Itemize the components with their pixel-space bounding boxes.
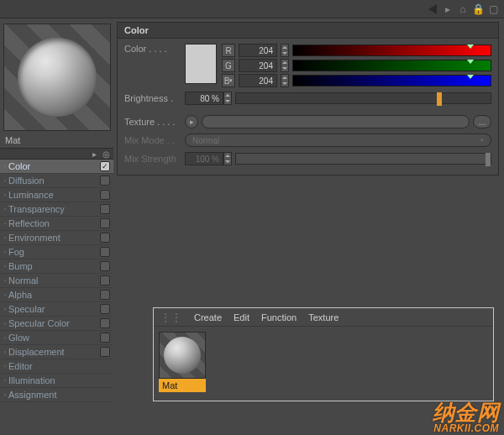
channel-row-reflection[interactable]: ◦Reflection xyxy=(0,217,113,231)
channel-row-transparency[interactable]: ◦Transparency xyxy=(0,202,113,217)
play-icon[interactable]: ▸ xyxy=(90,149,98,158)
channel-checkbox[interactable] xyxy=(100,318,110,328)
material-thumb[interactable]: Mat xyxy=(159,332,206,392)
r-gradient[interactable] xyxy=(292,45,491,56)
panel-grip-icon[interactable]: ⋮⋮ xyxy=(160,312,182,323)
mixstrength-spinner[interactable] xyxy=(223,152,232,165)
material-thumb-label[interactable]: Mat xyxy=(159,379,206,392)
channel-row-diffusion[interactable]: ◦Diffusion xyxy=(0,174,113,188)
channel-checkbox[interactable] xyxy=(100,333,110,343)
color-swatch[interactable] xyxy=(185,44,217,84)
channel-row-luminance[interactable]: ◦Luminance xyxy=(0,188,113,202)
channel-checkbox[interactable] xyxy=(100,304,110,314)
material-name-input[interactable] xyxy=(5,135,108,145)
brightness-value[interactable]: 80 % xyxy=(185,92,223,105)
target-icon[interactable]: ◎ xyxy=(102,149,110,158)
channel-checkbox[interactable] xyxy=(100,290,110,300)
section-body: Color . . . . R 204 G 204 xyxy=(117,39,499,176)
nav-fwd-icon[interactable]: ▸ xyxy=(442,3,454,15)
channel-label: Diffusion xyxy=(8,176,100,186)
r-label[interactable]: R xyxy=(222,44,235,57)
channel-row-editor[interactable]: ◦Editor xyxy=(0,359,113,374)
channel-checkbox[interactable]: ✓ xyxy=(100,161,110,171)
g-spinner[interactable] xyxy=(281,59,289,72)
channel-row-normal[interactable]: ◦Normal xyxy=(0,274,113,288)
r-value[interactable]: 204 xyxy=(239,44,277,57)
g-label[interactable]: G xyxy=(222,59,235,72)
texture-field[interactable] xyxy=(202,115,470,128)
mixstrength-row: Mix Strength 100 % xyxy=(124,151,491,166)
channel-label: Glow xyxy=(8,333,100,343)
r-row: R 204 xyxy=(222,44,491,57)
brightness-handle[interactable] xyxy=(437,92,442,106)
g-gradient[interactable] xyxy=(292,60,491,71)
channel-row-displacement[interactable]: ◦Displacement xyxy=(0,345,113,359)
home-icon[interactable]: ⌂ xyxy=(457,3,469,15)
channel-checkbox[interactable] xyxy=(100,233,110,243)
nav-back-icon[interactable] xyxy=(427,3,438,15)
channel-checkbox[interactable] xyxy=(100,204,110,214)
menu-create[interactable]: Create xyxy=(194,312,222,322)
channel-label: Displacement xyxy=(8,347,100,357)
mixstrength-value[interactable]: 100 % xyxy=(185,152,223,165)
section-header: Color xyxy=(117,22,499,39)
mixstrength-slider[interactable] xyxy=(235,153,491,165)
channel-checkbox[interactable] xyxy=(100,247,110,257)
channel-row-specular-color[interactable]: ◦Specular Color xyxy=(0,317,113,331)
mixstrength-handle[interactable] xyxy=(486,153,491,166)
b-label[interactable]: B ▾ xyxy=(222,74,235,87)
left-column: ▸ ◎ ◦Color✓◦Diffusion◦Luminance◦Transpar… xyxy=(0,18,113,435)
b-value[interactable]: 204 xyxy=(239,74,277,87)
channel-row-environment[interactable]: ◦Environment xyxy=(0,231,113,245)
channel-bullet-icon: ◦ xyxy=(2,333,8,342)
channel-bullet-icon: ◦ xyxy=(2,233,8,242)
mixmode-label: Mix Mode . . xyxy=(124,135,185,145)
preview-controls: ▸ ◎ xyxy=(0,148,113,160)
texture-picker-icon[interactable]: ▸ xyxy=(185,115,198,128)
brightness-slider[interactable] xyxy=(235,92,491,104)
channel-bullet-icon: ◦ xyxy=(2,362,8,370)
channel-bullet-icon: ◦ xyxy=(2,276,8,285)
channel-bullet-icon: ◦ xyxy=(2,248,8,256)
channel-row-specular[interactable]: ◦Specular xyxy=(0,302,113,317)
channel-bullet-icon: ◦ xyxy=(2,291,8,299)
menu-texture[interactable]: Texture xyxy=(308,312,339,322)
channel-row-glow[interactable]: ◦Glow xyxy=(0,331,113,345)
material-manager-menu: ⋮⋮ Create Edit Function Texture xyxy=(154,308,493,327)
channel-checkbox[interactable] xyxy=(100,347,110,357)
r-spinner[interactable] xyxy=(281,44,289,57)
channel-row-bump[interactable]: ◦Bump xyxy=(0,259,113,274)
channel-checkbox[interactable] xyxy=(100,218,110,228)
channel-row-assignment[interactable]: ◦Assignment xyxy=(0,388,113,402)
channel-label: Environment xyxy=(8,233,100,243)
color-row: Color . . . . R 204 G 204 xyxy=(124,44,491,87)
channel-label: Specular Color xyxy=(8,318,100,328)
channel-checkbox[interactable] xyxy=(100,190,110,200)
channel-label: Bump xyxy=(8,261,100,271)
b-gradient[interactable] xyxy=(292,75,491,86)
channel-row-color[interactable]: ◦Color✓ xyxy=(0,160,113,174)
channel-label: Color xyxy=(8,161,100,171)
channel-row-fog[interactable]: ◦Fog xyxy=(0,245,113,259)
channel-checkbox[interactable] xyxy=(100,176,110,186)
color-label: Color . . . . xyxy=(124,44,185,54)
mixmode-dropdown[interactable]: Normal▾ xyxy=(185,134,491,147)
channel-checkbox[interactable] xyxy=(100,261,110,271)
menu-edit[interactable]: Edit xyxy=(234,312,249,322)
channel-bullet-icon: ◦ xyxy=(2,191,8,199)
channel-row-alpha[interactable]: ◦Alpha xyxy=(0,288,113,302)
b-spinner[interactable] xyxy=(281,74,289,87)
channel-checkbox[interactable] xyxy=(100,275,110,286)
channel-label: Alpha xyxy=(8,290,100,300)
brightness-spinner[interactable] xyxy=(223,92,232,105)
lock-icon[interactable]: 🔒 xyxy=(472,3,484,15)
texture-more-button[interactable]: ... xyxy=(473,115,491,128)
channel-bullet-icon: ◦ xyxy=(2,262,8,270)
channel-label: Fog xyxy=(8,247,100,257)
channel-label: Reflection xyxy=(8,218,100,228)
g-value[interactable]: 204 xyxy=(239,59,277,72)
menu-function[interactable]: Function xyxy=(261,312,297,322)
channel-row-illumination[interactable]: ◦Illumination xyxy=(0,374,113,388)
maximize-icon[interactable]: ▢ xyxy=(487,3,499,15)
material-preview[interactable] xyxy=(3,24,111,131)
